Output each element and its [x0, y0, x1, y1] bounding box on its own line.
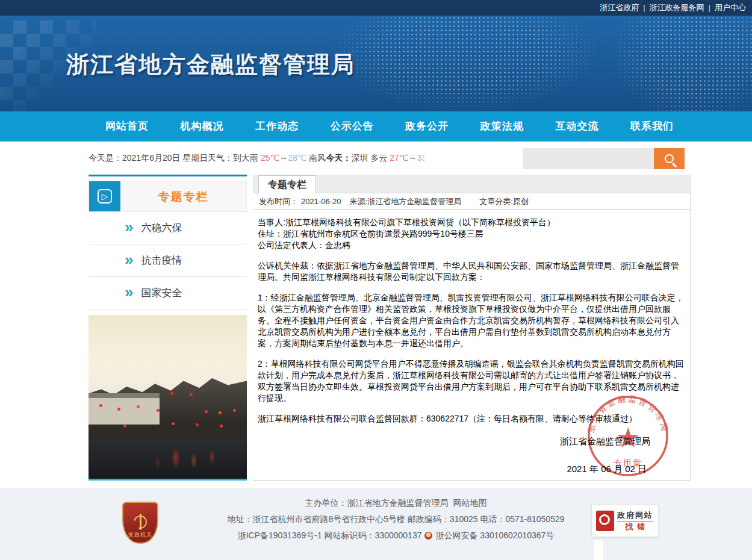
weather-info: 天气：到大雨 25℃～28℃ 南风今天：深圳 多云 27℃～33℃ 3级 [208, 142, 424, 175]
topbar-link-user-center[interactable]: 用户中心 [715, 3, 746, 12]
nav-item-home[interactable]: 网站首页 [105, 111, 149, 142]
security-record-link[interactable]: 浙公网安备 33010602010367号 [435, 530, 554, 540]
nav-item-about[interactable]: 机构概况 [181, 111, 224, 142]
find-badge-line2: 找错 [621, 522, 650, 531]
published-label: 发布时间： [259, 197, 298, 206]
nav-item-work-news[interactable]: 工作动态 [255, 111, 299, 142]
signature-date: 2021 年 06 月 02 日 [258, 463, 650, 474]
sidebar-photo [89, 315, 247, 479]
sitemap-link[interactable]: 网站地图 [453, 498, 487, 508]
main-area: ▷ 专题专栏 » 六稳六保 » 抗击疫情 » 国家安全 专题专栏 发布时间：20… [89, 175, 691, 481]
site-banner: 浙江省地方金融监督管理局 [0, 16, 752, 111]
source-value: 浙江省地方金融监督管理局 [367, 197, 461, 206]
search-button[interactable] [654, 148, 685, 169]
footer-white-strip [594, 540, 603, 560]
topbar: 浙江省政府|浙江政务服务网|用户中心 [0, 0, 752, 16]
play-icon: ▷ [89, 181, 120, 211]
published-date: 2021-06-20 [301, 197, 341, 206]
footer: 主办单位：浙江省地方金融监督管理局网站地图 地址：浙江省杭州市省府路8号省行政中… [0, 488, 752, 560]
site-code: 网站标识码：3300000137 [325, 530, 422, 540]
sidebar-item-label: 六稳六保 [141, 221, 182, 235]
shield-label: 党政机关 [128, 531, 152, 539]
signature-org: 浙江省金融监督管理局 [258, 435, 650, 447]
category-label: 文章分类: [479, 197, 513, 206]
world-map-dots [614, 16, 752, 111]
tab-special-column[interactable]: 专题专栏 [258, 175, 316, 194]
main-nav: 网站首页 机构概况 工作动态 公示公告 政务公开 政策法规 互动交流 联系我们 [0, 111, 752, 142]
article-paragraph: 公诉机关仲裁：依据浙江省地方金融监督管理局、中华人民共和国公安部、国家市场监督管… [258, 260, 684, 283]
gov-site-error-report-badge[interactable]: 政府网站 找错 [591, 504, 659, 537]
article-line: 公司法定代表人：金忠栲 [258, 240, 684, 251]
topbar-link-service-site[interactable]: 浙江政务服务网 [650, 3, 704, 12]
sidebar-item-label: 抗击疫情 [141, 254, 182, 267]
sidebar: ▷ 专题专栏 » 六稳六保 » 抗击疫情 » 国家安全 [89, 175, 247, 481]
search-icon [665, 154, 674, 163]
nav-item-announcements[interactable]: 公示公告 [331, 111, 374, 142]
nav-item-gov-affairs[interactable]: 政务公开 [405, 111, 449, 142]
sidebar-title: 专题专栏 [120, 181, 246, 211]
party-gov-shield-badge: 党政机关 [122, 502, 158, 544]
shield-emblem-icon [131, 513, 149, 531]
icp-link[interactable]: 浙ICP备19031369号-1 [238, 530, 322, 540]
nav-item-interaction[interactable]: 互动交流 [555, 111, 598, 142]
article-line: 当事人:浙江草根网络科技有限公司旗下草根投资网贷（以下简称草根投资平台） [258, 217, 684, 228]
search-input[interactable] [523, 148, 654, 169]
world-map-dots [313, 16, 650, 111]
info-bar: 今天是：2021年6月20日 星期日 天气：到大雨 25℃～28℃ 南风今天：深… [0, 142, 752, 175]
public-security-badge-icon [424, 532, 432, 540]
photo-water [89, 440, 247, 479]
article-paragraph: 1：经浙江金融监督管理局、北京金融监督管理局、凯雷投资管理有限公司、浙江草根网络… [258, 292, 684, 349]
topbar-link-provincial-gov[interactable]: 浙江省政府 [600, 3, 639, 12]
category-value: 原创 [513, 197, 529, 206]
sidebar-header-special-column[interactable]: ▷ 专题专栏 [89, 181, 247, 212]
today-date: 今天是：2021年6月20日 星期日 [89, 142, 208, 175]
source-label: 来源: [350, 197, 368, 206]
nav-item-contact[interactable]: 联系我们 [630, 111, 674, 142]
double-chevron-icon: » [125, 252, 133, 267]
magnifier-icon [596, 511, 614, 531]
photo-white-house [89, 393, 160, 425]
double-chevron-icon: » [125, 284, 133, 300]
find-badge-line1: 政府网站 [617, 511, 653, 522]
double-chevron-icon: » [125, 219, 133, 235]
article-body: 当事人:浙江草根网络科技有限公司旗下草根投资网贷（以下简称草根投资平台） 住址：… [253, 210, 690, 480]
nav-item-policies[interactable]: 政策法规 [480, 111, 524, 142]
sidebar-item-fight-epidemic[interactable]: » 抗击疫情 [89, 244, 247, 277]
signature-block: 浙江省金融监督管理局 2021 年 06 月 02 日 [258, 435, 684, 474]
topbar-separator: | [709, 3, 710, 12]
article-meta: 发布时间：2021-06-20来源:浙江省地方金融监督管理局文章分类:原创 [253, 193, 690, 210]
topbar-separator: | [643, 3, 645, 12]
tab-row: 专题专栏 [253, 175, 690, 193]
article-panel: 专题专栏 发布时间：2021-06-20来源:浙江省地方金融监督管理局文章分类:… [253, 175, 691, 481]
article-line: 住址：浙江省杭州市余杭区仓前街道景兴路999号10号楼三层 [258, 228, 684, 240]
sidebar-item-national-security[interactable]: » 国家安全 [89, 277, 247, 310]
sidebar-item-label: 国家安全 [141, 286, 182, 300]
photo-lanterns [99, 404, 102, 407]
site-title: 浙江省地方金融监督管理局 [66, 49, 355, 80]
sidebar-item-six-stability[interactable]: » 六稳六保 [89, 212, 247, 244]
